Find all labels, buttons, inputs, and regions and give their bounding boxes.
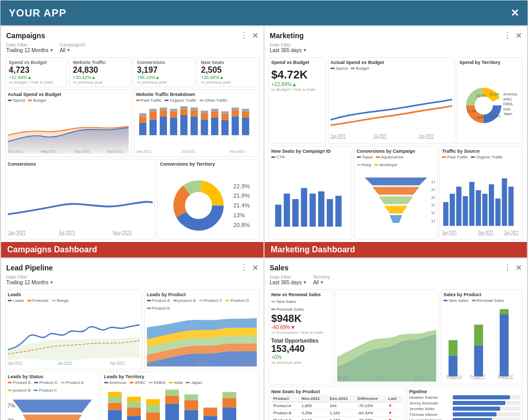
sales-menu-icon[interactable]: ⋮ <box>503 263 512 272</box>
sales-filter2[interactable]: Territory All ▼ <box>313 274 330 285</box>
app-container: YOUR APP ✕ Campaigns ⋮ ✕ Date Filter Tra… <box>0 0 528 420</box>
leads-status-svg: 24.7% 20.2% 19.4% 18.4% <box>8 394 97 420</box>
campaigns-filters: Date Filter Trailing 12 Months ▼ Campaig… <box>1 41 263 55</box>
lead-pipeline-menu-icon[interactable]: ⋮ <box>240 263 248 272</box>
sales-panel: Sales ⋮ ✕ Date Filter Last 365 days ▼ Te… <box>264 258 527 420</box>
svg-rect-17 <box>180 109 187 115</box>
svg-rect-147 <box>449 341 457 356</box>
svg-text:Jan-2021: Jan-2021 <box>331 133 346 140</box>
sales-by-product-chart: Sales by Product New Sales Renewal Sales <box>441 289 523 384</box>
svg-rect-91 <box>456 186 461 225</box>
marketing-title: Marketing <box>270 31 304 40</box>
kpi-spend-budget: Spend vs Budget 4,723 +22.84%▲ vs Budget… <box>5 57 67 87</box>
list-item: Thomas Mason <box>409 412 520 417</box>
svg-rect-119 <box>108 397 122 403</box>
svg-text:13.8%: 13.8% <box>431 211 435 215</box>
seats-table-header-row: Product Nov-2021 Dec-2021 Difference Las… <box>271 395 402 402</box>
list-item: Jimmy Bowman <box>409 401 520 406</box>
campaigns-spend-svg-area: Jan-2021 May-2021 Sep-2021 Nov-2021 <box>8 104 129 154</box>
svg-text:21.8%: 21.8% <box>491 115 501 118</box>
marketing-spend-legend: Spend Budget <box>331 66 452 71</box>
marketing-spend-sub: vs Budget / Year to Date <box>271 87 323 92</box>
svg-text:Jul-2021: Jul-2021 <box>196 361 209 366</box>
marketing-traffic-svg: Jan-2021 Sep-2021 Jan-2022 <box>442 160 520 238</box>
svg-text:11.3%: 11.3% <box>431 218 435 223</box>
sales-filter1[interactable]: Date Filter Last 365 days ▼ <box>270 274 307 285</box>
marketing-close-icon[interactable]: ✕ <box>516 31 522 40</box>
campaigns-filter1[interactable]: Date Filter Trailing 12 Months ▼ <box>6 42 54 53</box>
svg-text:Product A: Product A <box>447 375 462 381</box>
svg-text:Jul-2021: Jul-2021 <box>181 150 195 154</box>
svg-rect-18 <box>180 106 187 109</box>
seats-col-diff: Difference <box>356 395 386 402</box>
svg-marker-79 <box>372 187 419 195</box>
svg-rect-12 <box>159 108 167 110</box>
svg-rect-123 <box>127 401 141 408</box>
lead-pipeline-row2: Leads by Status Product E Product D Prod… <box>5 371 259 420</box>
svg-text:21.6%: 21.6% <box>476 94 486 98</box>
svg-text:Jan-2021: Jan-2021 <box>8 361 23 366</box>
svg-text:Product E: Product E <box>498 375 514 381</box>
marketing-filter1[interactable]: Date Filter Last 365 days ▼ <box>270 42 307 53</box>
svg-rect-124 <box>127 397 141 401</box>
sales-bottom-row: New Seats by Product Product Nov-2021 De… <box>269 386 523 420</box>
svg-text:APAC: APAC <box>503 98 512 101</box>
svg-text:18.9%: 18.9% <box>476 116 486 119</box>
svg-rect-24 <box>201 111 208 114</box>
lead-pipeline-controls: ⋮ ✕ <box>240 263 258 272</box>
leads-legend: Leads Forecast Range <box>8 298 140 303</box>
list-item: Heather Palmer <box>409 395 520 400</box>
svg-rect-127 <box>146 405 160 412</box>
sales-change: -40.69%▼ <box>271 325 330 330</box>
svg-text:Jan-2022: Jan-2022 <box>504 230 519 237</box>
sales-filter2-label: Territory <box>313 274 330 280</box>
sales-filter2-value[interactable]: All ▼ <box>313 280 330 285</box>
marketing-filter1-value[interactable]: Last 365 days ▼ <box>270 47 307 53</box>
campaigns-website-traffic-chart: Website Traffic Breakdown Paid Traffic O… <box>134 89 260 157</box>
svg-rect-93 <box>469 182 474 225</box>
svg-rect-77 <box>335 196 341 227</box>
campaigns-menu-icon[interactable]: ⋮ <box>240 30 248 40</box>
campaigns-header: Campaigns ⋮ ✕ <box>1 26 263 41</box>
close-button[interactable]: ✕ <box>510 7 519 19</box>
sales-close-icon[interactable]: ✕ <box>516 264 522 272</box>
svg-rect-25 <box>211 118 218 135</box>
leads-product-legend: Product A product B Product C Product D … <box>147 298 257 311</box>
svg-rect-23 <box>201 114 208 120</box>
svg-text:17.5%: 17.5% <box>431 179 435 184</box>
svg-text:21.8%: 21.8% <box>234 192 250 199</box>
campaigns-panel: Campaigns ⋮ ✕ Date Filter Trailing 12 Mo… <box>1 26 264 258</box>
svg-rect-150 <box>500 314 508 376</box>
leads-by-territory-chart: Leads by Territory Americas APAC EMEA In… <box>102 371 259 420</box>
lead-pipeline-row1: Leads Leads Forecast Range Jan-2021 <box>5 289 259 369</box>
lead-pipeline-filter1[interactable]: Date Filter Trailing 12 Months ▼ <box>6 274 54 285</box>
svg-text:Jul-2021: Jul-2021 <box>58 229 75 236</box>
campaigns-filter2-value[interactable]: All ▼ <box>60 47 86 53</box>
marketing-actual-spend-chart: Actual Spend vs Budget Spend Budget <box>328 57 455 144</box>
svg-rect-138 <box>222 398 236 408</box>
marketing-conv-legend: Topaz Aquamarine Ruby Amethyst <box>357 155 419 167</box>
lead-pipeline-filter1-value[interactable]: Trailing 12 Months ▼ <box>6 280 54 285</box>
sales-filter1-value[interactable]: Last 365 days ▼ <box>270 280 307 285</box>
svg-rect-128 <box>146 399 160 405</box>
leads-chart: Leads Leads Forecast Range Jan-2021 <box>5 289 142 369</box>
svg-text:Jan-2021: Jan-2021 <box>8 229 26 236</box>
kpi-new-seats: New Seats 2,505 +35.48%▲ vs previous yea… <box>197 57 259 87</box>
marketing-menu-icon[interactable]: ⋮ <box>503 30 512 40</box>
lead-pipeline-close-icon[interactable]: ✕ <box>252 264 258 272</box>
campaigns-filter2[interactable]: CampaignID All ▼ <box>60 42 86 53</box>
legend-spend: Spend <box>8 98 25 103</box>
list-item: Howard Robinson <box>409 418 520 420</box>
marketing-conversions-chart: Conversions by Campaign Topaz Aquamarine… <box>354 146 438 240</box>
svg-rect-89 <box>443 202 449 225</box>
svg-marker-80 <box>378 196 413 204</box>
campaigns-filter1-value[interactable]: Trailing 12 Months ▼ <box>6 47 54 53</box>
sales-title: Sales <box>270 264 289 272</box>
svg-rect-29 <box>221 114 228 120</box>
campaigns-close-icon[interactable]: ✕ <box>252 31 258 40</box>
svg-marker-109 <box>13 399 92 412</box>
svg-rect-96 <box>489 184 494 226</box>
marketing-seats-svg <box>271 160 350 238</box>
sales-filters: Date Filter Last 365 days ▼ Territory Al… <box>265 273 527 287</box>
svg-text:Oct-2021: Oct-2021 <box>241 361 255 366</box>
